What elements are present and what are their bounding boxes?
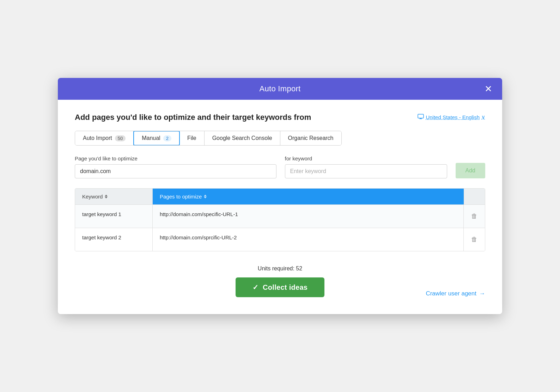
modal-header: Auto Import ✕: [58, 78, 502, 100]
tab-manual[interactable]: Manual 2: [133, 131, 180, 146]
monitor-icon: [418, 114, 424, 121]
crawler-link-label: Crawler user agent: [426, 290, 476, 297]
form-row: Page you'd like to optimize for keyword …: [75, 155, 485, 178]
units-required: Units required: 52: [258, 265, 302, 272]
tab-file[interactable]: File: [179, 131, 205, 145]
keyword-field-group: for keyword: [285, 155, 447, 178]
tab-google-search-console-label: Google Search Console: [212, 135, 272, 141]
tab-file-label: File: [187, 135, 196, 141]
heading-row: Add pages you'd like to optimize and the…: [75, 112, 485, 123]
arrow-right-icon: →: [479, 290, 485, 297]
pages-sort-icon[interactable]: [204, 195, 207, 198]
row1-delete-button[interactable]: 🗑: [470, 211, 479, 221]
crawler-user-agent-link[interactable]: Crawler user agent →: [426, 290, 485, 297]
page-field-group: Page you'd like to optimize: [75, 155, 276, 178]
row2-keyword: target keyword 2: [75, 228, 153, 251]
tab-google-search-console[interactable]: Google Search Console: [205, 131, 280, 145]
modal-body: Add pages you'd like to optimize and the…: [58, 100, 502, 314]
trash-icon: 🗑: [471, 236, 477, 243]
table-row: target keyword 1 http://domain.com/speci…: [75, 204, 485, 228]
th-keyword-label: Keyword: [82, 194, 103, 200]
tab-organic-research-label: Organic Research: [288, 135, 334, 141]
keyword-sort-icon[interactable]: [105, 195, 108, 198]
tabs-container: Auto Import 50 Manual 2 File Google Sear…: [75, 131, 342, 146]
keywords-table: Keyword Pages to optimize target ke: [75, 188, 485, 251]
row1-delete-cell: 🗑: [464, 205, 485, 228]
checkmark-icon: ✓: [252, 283, 258, 292]
keyword-input[interactable]: [285, 164, 447, 178]
modal-heading: Add pages you'd like to optimize and the…: [75, 112, 311, 123]
th-pages-label: Pages to optimize: [160, 194, 202, 200]
th-keyword: Keyword: [75, 189, 153, 204]
row2-delete-cell: 🗑: [464, 228, 485, 251]
footer-area: Units required: 52 ✓ Collect ideas Crawl…: [75, 265, 485, 303]
modal-title: Auto Import: [259, 84, 300, 93]
tab-manual-badge: 2: [163, 135, 171, 141]
tab-auto-import-label: Auto Import: [83, 135, 112, 141]
modal-close-button[interactable]: ✕: [483, 83, 494, 95]
page-label: Page you'd like to optimize: [75, 155, 276, 161]
add-button[interactable]: Add: [456, 163, 485, 178]
row2-delete-button[interactable]: 🗑: [470, 234, 479, 245]
row1-url: http://domain.com/specific-URL-1: [153, 205, 464, 228]
th-pages: Pages to optimize: [153, 189, 464, 204]
locale-label: United States - English: [426, 114, 480, 120]
row2-url: http://domain.com/sprcific-URL-2: [153, 228, 464, 251]
tab-manual-label: Manual: [142, 135, 160, 141]
modal: Auto Import ✕ Add pages you'd like to op…: [58, 78, 502, 314]
tab-organic-research[interactable]: Organic Research: [280, 131, 341, 145]
chevron-down-icon: ∨: [481, 114, 485, 120]
keyword-label: for keyword: [285, 155, 447, 161]
svg-rect-0: [418, 114, 424, 118]
row1-keyword: target keyword 1: [75, 205, 153, 228]
locale-selector[interactable]: United States - English ∨: [418, 114, 485, 121]
page-input[interactable]: [75, 164, 276, 178]
tab-auto-import-badge: 50: [115, 135, 126, 141]
trash-icon: 🗑: [471, 213, 477, 220]
th-actions: [464, 189, 485, 204]
collect-ideas-label: Collect ideas: [263, 283, 308, 292]
collect-ideas-button[interactable]: ✓ Collect ideas: [236, 277, 325, 297]
table-header-row: Keyword Pages to optimize: [75, 189, 485, 204]
table-row: target keyword 2 http://domain.com/sprci…: [75, 228, 485, 251]
tab-auto-import[interactable]: Auto Import 50: [75, 131, 134, 145]
